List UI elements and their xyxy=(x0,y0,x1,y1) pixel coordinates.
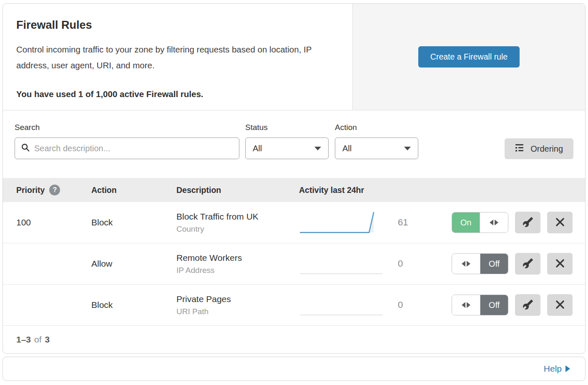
status-select[interactable]: All xyxy=(245,138,329,159)
pagination-total: 3 xyxy=(45,335,50,345)
usage-note: You have used 1 of 1,000 active Firewall… xyxy=(16,89,339,99)
help-link[interactable]: Help xyxy=(544,364,570,374)
ordering-button-label: Ordering xyxy=(530,144,563,154)
rule-description: Remote Workers IP Address xyxy=(176,253,299,275)
left-right-arrows-icon xyxy=(452,254,480,274)
column-description: Description xyxy=(176,185,299,195)
activity-count: 0 xyxy=(384,300,424,310)
table-row: 100 Block Block Traffic from UK Country … xyxy=(3,202,585,243)
activity-count: 0 xyxy=(384,258,424,269)
rule-priority: 100 xyxy=(16,218,91,228)
status-filter: Status All xyxy=(245,123,329,159)
search-box xyxy=(15,138,239,159)
edit-rule-button[interactable] xyxy=(515,253,540,275)
status-selected-value: All xyxy=(253,144,262,153)
table-row: Allow Remote Workers IP Address 0 Off xyxy=(3,243,585,285)
rule-type: IP Address xyxy=(176,266,299,275)
x-icon xyxy=(555,258,565,270)
rule-description: Block Traffic from UK Country xyxy=(176,212,299,234)
pagination-range: 1–3 xyxy=(16,335,31,345)
row-controls: Off xyxy=(452,294,573,316)
page-description: Control incoming traffic to your zone by… xyxy=(16,42,339,73)
right-triangle-icon xyxy=(565,365,570,372)
delete-rule-button[interactable] xyxy=(547,294,573,316)
rule-enabled-toggle[interactable]: Off xyxy=(452,295,508,315)
pagination-of: of xyxy=(34,335,42,345)
action-label: Action xyxy=(335,123,418,132)
left-right-arrows-icon xyxy=(452,295,480,315)
ordering-button[interactable]: Ordering xyxy=(505,138,573,159)
activity-sparkline xyxy=(299,251,384,276)
x-icon xyxy=(555,217,565,228)
wrench-icon xyxy=(523,217,533,229)
edit-rule-button[interactable] xyxy=(515,212,540,233)
x-icon xyxy=(555,300,565,311)
wrench-icon xyxy=(523,258,533,270)
create-firewall-rule-button[interactable]: Create a Firewall rule xyxy=(418,46,520,68)
header-section: Firewall Rules Control incoming traffic … xyxy=(3,4,585,110)
rule-description-title: Private Pages xyxy=(176,294,299,304)
rule-enabled-toggle[interactable]: On xyxy=(452,212,508,233)
action-select[interactable]: All xyxy=(335,138,418,159)
rule-action: Allow xyxy=(91,259,176,269)
activity-sparkline xyxy=(299,292,384,318)
question-mark-circle-icon[interactable]: ? xyxy=(49,185,60,195)
search-filter: Search xyxy=(15,123,239,159)
toggle-state-label: Off xyxy=(480,254,508,274)
left-right-arrows-icon xyxy=(480,212,508,232)
rule-action: Block xyxy=(91,300,176,310)
firewall-rules-card: Firewall Rules Control incoming traffic … xyxy=(3,3,585,354)
column-action: Action xyxy=(91,185,176,195)
activity-sparkline xyxy=(299,210,384,235)
column-activity: Activity last 24hr xyxy=(299,185,424,195)
wrench-icon xyxy=(523,299,533,311)
firewall-rules-page: Firewall Rules Control incoming traffic … xyxy=(0,0,588,384)
table-row: Block Private Pages URI Path 0 Off xyxy=(3,285,585,326)
rule-type: Country xyxy=(176,225,299,234)
action-selected-value: All xyxy=(342,144,352,153)
column-priority: Priority ? xyxy=(16,185,91,195)
delete-rule-button[interactable] xyxy=(547,253,573,275)
search-input[interactable] xyxy=(34,144,233,153)
search-label: Search xyxy=(15,123,239,132)
help-link-label: Help xyxy=(544,364,562,374)
edit-rule-button[interactable] xyxy=(515,294,540,316)
filters-bar: Search Status All xyxy=(3,110,585,178)
search-icon xyxy=(21,143,30,154)
down-triangle-icon xyxy=(314,147,321,150)
page-title: Firewall Rules xyxy=(16,19,339,32)
row-controls: On xyxy=(452,212,573,233)
rule-description-title: Block Traffic from UK xyxy=(176,212,299,222)
table-header: Priority ? Action Description Activity l… xyxy=(3,178,585,202)
rule-enabled-toggle[interactable]: Off xyxy=(452,253,508,274)
rule-action: Block xyxy=(91,218,176,228)
rule-type: URI Path xyxy=(176,307,299,316)
rule-description-title: Remote Workers xyxy=(176,253,299,263)
bulleted-list-icon xyxy=(515,143,525,155)
rule-description: Private Pages URI Path xyxy=(176,294,299,316)
priority-header-label: Priority xyxy=(16,185,45,195)
header-action-panel: Create a Firewall rule xyxy=(352,4,585,110)
activity-count: 61 xyxy=(384,217,424,228)
action-filter: Action All xyxy=(335,123,418,159)
status-label: Status xyxy=(245,123,329,132)
down-triangle-icon xyxy=(404,147,411,150)
footer-bar: Help xyxy=(3,357,585,381)
delete-rule-button[interactable] xyxy=(547,212,573,233)
toggle-state-label: On xyxy=(452,212,480,232)
pagination-bar: 1–3 of 3 xyxy=(3,326,585,353)
header-text-block: Firewall Rules Control incoming traffic … xyxy=(3,4,352,110)
toggle-state-label: Off xyxy=(480,295,508,315)
row-controls: Off xyxy=(452,253,573,275)
